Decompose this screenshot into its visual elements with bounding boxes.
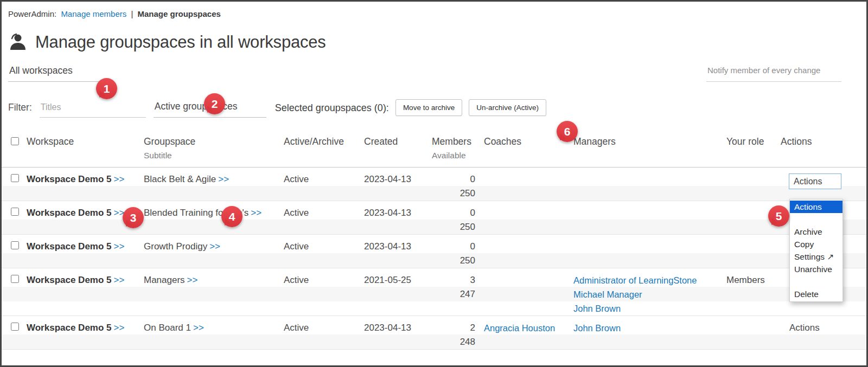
breadcrumb-current: Manage groupspaces xyxy=(138,9,221,18)
status-cell: Active xyxy=(284,273,364,316)
breadcrumb: PowerAdmin: Manage members | Manage grou… xyxy=(2,2,866,18)
menu-item-delete[interactable]: Delete xyxy=(790,288,843,300)
groupspace-open-link[interactable]: >> xyxy=(209,241,220,252)
role-cell: Members xyxy=(726,273,781,316)
workspace-open-link[interactable]: >> xyxy=(114,174,125,184)
members-count: 2 xyxy=(432,321,475,335)
header-groupspace-label: Groupspace xyxy=(144,136,284,147)
row-checkbox[interactable] xyxy=(11,275,19,283)
actions-dropdown-menu: Actions Archive Copy Settings ↗ Unarchiv… xyxy=(789,199,843,302)
members-cell: 0 250 xyxy=(432,240,484,268)
header-created: Created xyxy=(364,136,432,160)
workspace-open-link[interactable]: >> xyxy=(114,275,125,285)
created-cell: 2023-04-13 xyxy=(364,240,432,268)
table-row: Workspace Demo 5>> Black Belt & Agile>> … xyxy=(2,168,866,201)
table-header: Workspace Groupspace Subtitle Active/Arc… xyxy=(2,132,866,168)
workspace-cell: Workspace Demo 5>> xyxy=(27,321,144,349)
groupspace-open-link[interactable]: >> xyxy=(187,275,198,285)
available-count: 250 xyxy=(432,254,475,268)
select-all-checkbox[interactable] xyxy=(11,137,19,145)
manager-link[interactable]: John Brown xyxy=(573,301,726,316)
selected-groupspaces-label: Selected groupspaces (0): xyxy=(275,102,389,118)
role-cell xyxy=(726,321,781,349)
groupspace-cell: Blended Training for pro's>> xyxy=(144,206,284,234)
menu-item-unarchive[interactable]: Unarchive xyxy=(790,263,843,275)
actions-select-collapsed[interactable]: Actions xyxy=(781,321,866,335)
created-cell: 2021-05-25 xyxy=(364,273,432,316)
workspace-filter-value: All workspaces xyxy=(9,65,73,76)
manager-link[interactable]: John Brown xyxy=(573,321,726,335)
groupspace-open-link[interactable]: >> xyxy=(218,174,229,184)
row-checkbox[interactable] xyxy=(11,241,19,249)
groupspaces-person-icon xyxy=(8,33,28,51)
workspace-open-link[interactable]: >> xyxy=(114,241,125,252)
groupspace-open-link[interactable]: >> xyxy=(251,208,261,218)
actions-cell: Actions xyxy=(781,321,866,349)
menu-item-blank[interactable] xyxy=(790,213,843,226)
members-cell: 0 250 xyxy=(432,206,484,234)
menu-item-actions[interactable]: Actions xyxy=(790,201,843,213)
menu-item-blank[interactable] xyxy=(790,275,843,288)
groupspace-open-link[interactable]: >> xyxy=(193,323,204,333)
workspace-name: Workspace Demo 5 xyxy=(27,323,112,333)
members-count: 0 xyxy=(432,206,475,220)
header-actions: Actions xyxy=(781,136,866,160)
header-members-label: Members xyxy=(432,136,484,147)
members-count: 3 xyxy=(432,273,475,287)
row-checkbox[interactable] xyxy=(11,174,19,182)
role-cell xyxy=(726,172,781,201)
actions-cell: Actions xyxy=(781,172,866,201)
manager-link[interactable]: Administrator of LearningStone xyxy=(573,273,726,287)
managers-cell xyxy=(573,172,726,201)
menu-item-archive[interactable]: Archive xyxy=(790,226,843,238)
created-cell: 2023-04-13 xyxy=(364,172,432,201)
header-members: Members Available xyxy=(432,136,484,160)
breadcrumb-manage-members-link[interactable]: Manage members xyxy=(61,9,126,18)
groupspace-cell: Black Belt & Agile>> xyxy=(144,172,284,201)
workspace-cell: Workspace Demo 5>> xyxy=(27,273,144,316)
titles-filter-input[interactable] xyxy=(40,101,146,118)
coach-link[interactable]: Angracia Houston xyxy=(484,321,555,335)
coaches-cell xyxy=(484,206,573,234)
coaches-cell xyxy=(484,273,573,316)
title-bar: Manage groupspaces in all workspaces xyxy=(8,33,866,52)
annotation-badge-4: 4 xyxy=(221,206,242,227)
status-cell: Active xyxy=(284,240,364,268)
groupspace-name: Black Belt & Agile xyxy=(144,174,216,184)
members-cell: 0 250 xyxy=(432,172,484,201)
notify-member-label: Notify member of every change xyxy=(707,66,820,75)
notify-member-field[interactable]: Notify member of every change xyxy=(706,65,841,82)
coaches-cell xyxy=(484,240,573,268)
coaches-cell: Angracia Houston xyxy=(484,321,573,349)
unarchive-active-button[interactable]: Un-archive (Active) xyxy=(469,99,546,116)
created-cell: 2023-04-13 xyxy=(364,321,432,349)
workspace-filter-select[interactable]: All workspaces xyxy=(8,64,104,82)
members-cell: 3 247 xyxy=(432,273,484,316)
managers-cell: John Brown xyxy=(573,321,726,349)
header-managers: Managers xyxy=(573,136,726,160)
annotation-badge-5: 5 xyxy=(768,205,789,227)
menu-item-settings[interactable]: Settings ↗ xyxy=(790,250,843,263)
header-active-archive: Active/Archive xyxy=(284,136,364,160)
groupspace-name: Managers xyxy=(144,275,185,285)
groupspace-cell: Managers>> xyxy=(144,273,284,316)
row-checkbox[interactable] xyxy=(11,323,19,331)
groupspace-cell: Growth Prodigy>> xyxy=(144,240,284,268)
manager-link[interactable]: Michael Manager xyxy=(573,287,726,301)
created-cell: 2023-04-13 xyxy=(364,206,432,234)
breadcrumb-app-label: PowerAdmin: xyxy=(8,9,56,18)
workspace-cell: Workspace Demo 5>> xyxy=(27,172,144,201)
annotation-badge-6: 6 xyxy=(557,121,578,142)
actions-select-label: Actions xyxy=(794,175,822,189)
power-admin-page: PowerAdmin: Manage members | Manage grou… xyxy=(0,0,868,367)
workspace-open-link[interactable]: >> xyxy=(114,323,125,333)
move-to-archive-button[interactable]: Move to archive xyxy=(395,99,462,116)
annotation-badge-1: 1 xyxy=(96,78,117,99)
actions-select[interactable]: Actions xyxy=(789,173,841,189)
status-cell: Active xyxy=(284,206,364,234)
menu-item-copy[interactable]: Copy xyxy=(790,238,843,250)
workspace-name: Workspace Demo 5 xyxy=(27,174,112,184)
workspace-filter-row: All workspaces Notify member of every ch… xyxy=(8,64,866,82)
row-checkbox[interactable] xyxy=(11,208,19,216)
header-your-role: Your role xyxy=(726,136,781,160)
